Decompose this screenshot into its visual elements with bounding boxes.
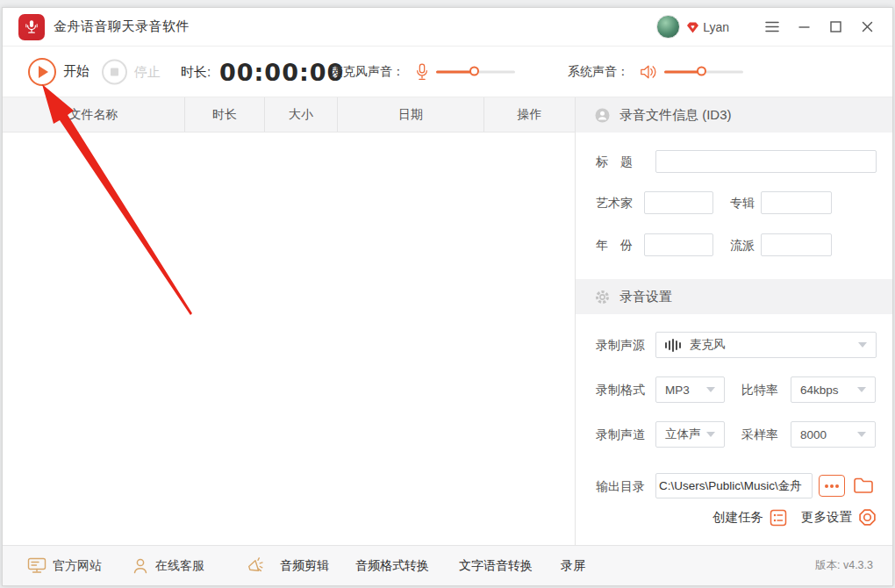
samplerate-dropdown[interactable]: 8000	[791, 421, 876, 448]
task-list-icon[interactable]	[770, 509, 787, 527]
column-date: 日期	[338, 97, 484, 132]
channel-dropdown[interactable]: 立体声	[655, 421, 725, 448]
recording-file-list: 文件名称 时长 大小 日期 操作	[3, 97, 576, 545]
chevron-down-icon	[706, 387, 715, 392]
source-label: 录制声源	[596, 333, 645, 356]
person-icon	[132, 557, 149, 575]
output-dir-label: 输出目录	[596, 475, 645, 498]
stop-button[interactable]: 停止	[102, 59, 161, 84]
gear-icon	[595, 290, 610, 305]
official-website-link[interactable]: 官方网站	[27, 557, 102, 574]
app-window: 金舟语音聊天录音软件 ♥ Lyan	[2, 7, 893, 586]
chevron-down-icon	[706, 432, 715, 437]
duration-label: 时长:	[181, 63, 211, 80]
column-duration: 时长	[185, 97, 265, 132]
file-list-header: 文件名称 时长 大小 日期 操作	[3, 97, 575, 133]
app-title: 金舟语音聊天录音软件	[54, 18, 190, 35]
titlebar: 金舟语音聊天录音软件 ♥ Lyan	[3, 8, 892, 47]
online-support-link[interactable]: 在线客服	[132, 557, 204, 575]
title-label: 标 题	[596, 150, 633, 173]
title-field[interactable]	[655, 150, 877, 173]
album-label: 专辑	[730, 191, 755, 214]
menu-icon[interactable]	[759, 16, 785, 39]
browse-button[interactable]	[819, 475, 845, 497]
version-label: 版本: v4.3.3	[815, 558, 873, 573]
chevron-down-icon	[857, 432, 866, 437]
username[interactable]: Lyan	[703, 20, 729, 34]
year-label: 年 份	[596, 233, 633, 256]
maximize-button[interactable]	[822, 16, 848, 39]
user-avatar[interactable]	[656, 15, 680, 39]
system-volume-knob[interactable]	[697, 67, 706, 76]
microphone-icon	[415, 62, 429, 81]
screen: 金舟语音聊天录音软件 ♥ Lyan	[0, 0, 895, 588]
year-field[interactable]	[644, 233, 713, 256]
column-operation: 操作	[484, 97, 575, 132]
vip-badge-icon: ♥	[686, 22, 699, 33]
info-circle-icon	[595, 108, 610, 123]
column-size: 大小	[265, 97, 338, 132]
toolbar: 开始 停止 时长: 00:00:00 麦克风声音：	[3, 47, 892, 97]
id3-section-header: 录音文件信息 (ID3)	[576, 97, 892, 133]
column-filename: 文件名称	[3, 97, 185, 132]
genre-label: 流派	[730, 233, 755, 256]
duration-value: 00:00:00	[219, 58, 344, 85]
output-dir-field[interactable]	[655, 473, 813, 498]
footer-link-audio-edit[interactable]: 音频剪辑	[280, 558, 329, 574]
artist-field[interactable]	[644, 191, 713, 214]
mic-volume-label: 麦克风声音：	[331, 64, 405, 80]
file-list-body	[3, 133, 575, 545]
settings-section-header: 录音设置	[576, 279, 892, 314]
bitrate-label: 比特率	[741, 378, 778, 401]
app-logo-icon	[18, 14, 45, 40]
close-button[interactable]	[854, 16, 880, 39]
open-folder-button[interactable]	[851, 473, 876, 498]
format-dropdown[interactable]: MP3	[655, 376, 725, 403]
footer: 官方网站 在线客服 音频剪辑 音频格式转换 文字语音转换 录屏	[3, 545, 892, 585]
horn-icon	[247, 556, 268, 576]
system-volume-slider[interactable]	[664, 66, 743, 78]
monitor-icon	[27, 557, 47, 574]
chevron-down-icon	[858, 342, 867, 348]
bitrate-dropdown[interactable]: 64kbps	[791, 376, 876, 403]
channel-label: 录制声道	[596, 423, 645, 446]
system-volume-label: 系统声音：	[568, 64, 629, 80]
create-task-button[interactable]: 创建任务	[712, 509, 763, 526]
more-settings-button[interactable]: 更多设置	[801, 509, 852, 526]
album-field[interactable]	[761, 191, 832, 214]
footer-link-format-convert[interactable]: 音频格式转换	[355, 558, 429, 574]
chevron-down-icon	[857, 387, 866, 392]
footer-link-screen-record[interactable]: 录屏	[561, 558, 585, 574]
id3-header-title: 录音文件信息 (ID3)	[619, 107, 732, 124]
equalizer-icon	[665, 339, 683, 352]
source-dropdown[interactable]: 麦克风	[655, 332, 877, 358]
settings-gear-icon[interactable]	[858, 508, 877, 527]
artist-label: 艺术家	[596, 191, 633, 214]
settings-header-title: 录音设置	[619, 289, 672, 305]
footer-link-tts[interactable]: 文字语音转换	[459, 558, 533, 574]
start-button[interactable]: 开始	[28, 58, 90, 86]
stop-icon	[102, 59, 127, 84]
genre-field[interactable]	[761, 233, 832, 256]
play-icon[interactable]	[28, 58, 56, 86]
right-panel: 录音文件信息 (ID3) 标 题 艺术家 专辑 年 份 流派 录音设置	[576, 97, 892, 545]
mic-volume-knob[interactable]	[469, 67, 479, 76]
samplerate-label: 采样率	[741, 423, 778, 446]
mic-volume-slider[interactable]	[436, 66, 515, 78]
minimize-button[interactable]	[791, 16, 817, 39]
speaker-icon	[640, 63, 657, 80]
format-label: 录制格式	[596, 378, 645, 401]
